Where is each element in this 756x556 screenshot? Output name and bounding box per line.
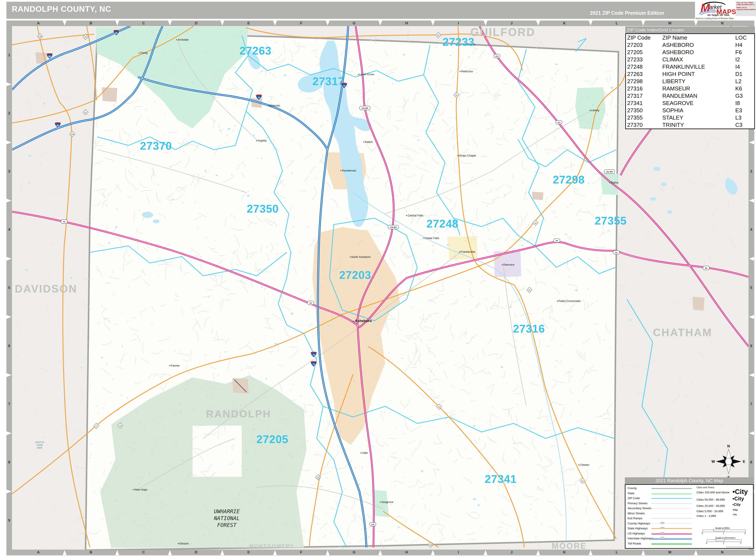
scale-tick: 0 [702,532,703,534]
town-dot [268,105,269,106]
logo-swoosh-icon: M arket MAPS [696,0,736,15]
grid-letter: B [90,550,92,555]
contact-phone: 1-888-434-MAPS (6277) [736,4,756,6]
svg-text:22: 22 [581,480,584,482]
svg-text:49: 49 [119,425,121,427]
town-dot [459,251,460,252]
loc-cell: L2 [734,78,755,85]
town-dot [178,543,179,544]
svg-text:220: 220 [371,523,374,526]
scale-tick: 2 [740,542,742,545]
town-label: Grays Chapel [459,154,476,157]
legend-item-label: State Highways [628,527,648,530]
town-label: Staley [611,181,619,184]
scale-tick: 1 [723,532,724,534]
zip-index-row: 27263HIGH POINTD1 [626,70,755,78]
zip-code-label: 27350 [247,203,279,215]
page-title: RANDOLPH COUNTY, NC [12,5,111,14]
grid-letter: M [668,550,671,555]
legend-item-label: Toll Roads [628,542,641,545]
town-dot [256,140,257,141]
county-label: MONTGOMERY [249,544,294,549]
town-dot [361,452,361,453]
zip-name-cell: LIBERTY [661,78,734,85]
contact-box: CALL US TOLL FREE! 1-888-434-MAPS (6277)… [736,1,756,16]
grid-letter: K [563,550,566,555]
town-dot [579,464,579,465]
legend-title: 2021 Randolph County, NC Map [625,477,754,484]
legend-line-sample [652,503,692,503]
compass-n: N [727,444,730,448]
grid-letter: A [37,21,40,26]
town-label: Central Falls [408,214,423,217]
loc-cell: K6 [734,85,755,92]
zip-name-cell: FRANKLINVILLE [661,63,734,70]
svg-text:68: 68 [85,36,87,38]
town-dot [406,215,407,216]
grid-number: 3 [750,169,752,174]
us-shield: 64 [554,239,560,243]
loc-cell: I4 [734,63,755,70]
town-dot [460,71,460,72]
zip-code-label: 27205 [256,433,289,446]
svg-text:74: 74 [258,97,260,99]
logo-tagline: On Target. On Time. [708,14,730,16]
us-shield: 64 [61,220,67,223]
town-label: Eleazer [179,542,189,545]
grid-letter: H [405,21,408,26]
legend-line-sample [652,508,692,509]
zip-code-cell: 27248 [626,63,661,70]
city-class-sample: •City [732,502,741,507]
zip-index-row: 27341SEAGROVEI8 [626,99,755,107]
loc-cell: I8 [734,99,755,107]
zip-code-label: 27263 [239,44,271,57]
loc-cell: C3 [734,121,755,129]
legend-item-label: Secondary Streets [628,507,651,510]
zip-code-cell: 27316 [626,85,661,92]
us-shield: 220-BR [360,106,370,110]
col-loc: LOC [734,34,755,41]
grid-letter: I [458,21,459,26]
city-class-sample: •City [732,514,737,516]
legend-line-sample: 123 [652,528,692,529]
town-dot [133,489,134,490]
compass-w: W [712,459,715,464]
town-label: Trinity [140,51,147,55]
legend-copyright-microprint [726,547,752,548]
zip-code-label: 27298 [553,173,585,186]
svg-text:42: 42 [438,406,440,408]
town-label: Redcross [461,70,473,73]
town-dot [340,170,341,171]
zip-code-label: 27248 [426,217,459,230]
us-shield: 220-BR [388,225,399,229]
us-shield: 220 [369,522,376,526]
legend-line-sample [652,498,692,499]
town-label: Cheeks [580,463,590,466]
grid-letter: E [248,21,250,26]
grid-letter: H [405,550,408,555]
grid-number: 7 [750,402,752,406]
town-label: New Hope [134,488,147,491]
town-label: Archdale [177,38,189,41]
legend-item-label: Exit Ramps [628,517,643,520]
zip-index-table: ZIP Code ZIP Name LOC 27203ASHEBOROH4272… [625,33,755,129]
county-label: CHATHAM [653,326,712,339]
legend-body: Cities and Towns Scale in Miles 0 1 2 Sc… [625,484,754,549]
zip-name-cell: RANDLEMAN [661,92,734,99]
edition-subtitle: 2021 ZIP Code Premium Edition [586,10,668,16]
grid-letter: J [511,550,513,555]
legend-item-label: Interstate Highways [628,537,653,540]
town-dot [502,264,503,265]
grid-letter: B [90,21,92,26]
town-dot [424,238,424,239]
grid-number: 3 [8,169,10,174]
park-label: NATIONAL [214,515,240,521]
grid-letter: N [721,21,723,26]
grid-letter: C [142,21,145,26]
town-label: Asheboro [355,319,372,323]
grid-letter: E [248,550,250,555]
svg-text:109: 109 [38,35,41,38]
grid-number: 8 [750,460,752,464]
zip-code-label: 27317 [313,75,344,88]
grid-letter: G [353,21,355,26]
